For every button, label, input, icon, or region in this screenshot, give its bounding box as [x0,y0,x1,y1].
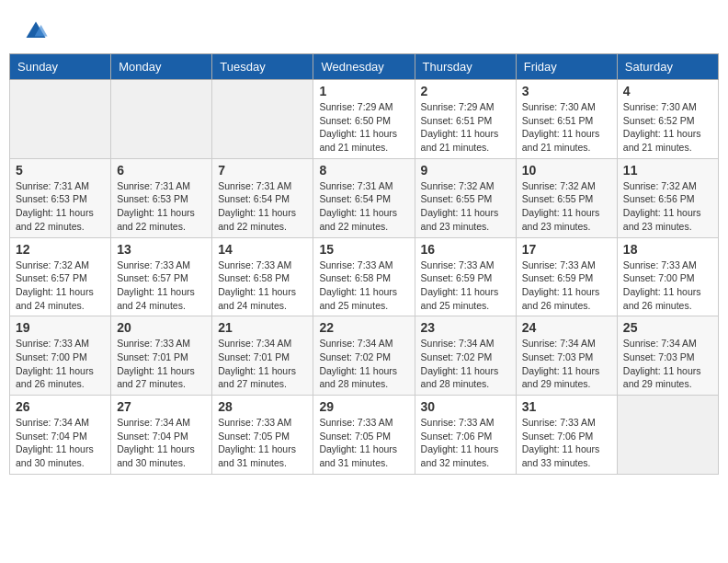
calendar-cell: 23Sunrise: 7:34 AMSunset: 7:02 PMDayligh… [415,316,516,396]
day-number: 2 [421,84,510,98]
calendar-cell: 10Sunrise: 7:32 AMSunset: 6:55 PMDayligh… [516,158,617,237]
day-info: Sunrise: 7:33 AMSunset: 7:01 PMDaylight:… [117,337,206,391]
day-number: 11 [623,163,712,178]
day-info: Sunrise: 7:33 AMSunset: 7:00 PMDaylight:… [623,259,712,313]
weekday-header-wednesday: Wednesday [313,54,415,80]
calendar-cell: 20Sunrise: 7:33 AMSunset: 7:01 PMDayligh… [111,316,212,396]
calendar-cell: 25Sunrise: 7:34 AMSunset: 7:03 PMDayligh… [617,316,718,396]
calendar-cell: 16Sunrise: 7:33 AMSunset: 6:59 PMDayligh… [415,237,516,316]
calendar-cell [111,80,212,159]
day-info: Sunrise: 7:34 AMSunset: 7:02 PMDaylight:… [421,337,510,391]
day-number: 28 [218,399,307,414]
day-info: Sunrise: 7:34 AMSunset: 7:03 PMDaylight:… [522,337,611,391]
day-info: Sunrise: 7:34 AMSunset: 7:02 PMDaylight:… [319,337,408,391]
calendar-cell: 9Sunrise: 7:32 AMSunset: 6:55 PMDaylight… [415,158,516,237]
day-info: Sunrise: 7:33 AMSunset: 7:05 PMDaylight:… [319,416,408,470]
calendar-cell: 24Sunrise: 7:34 AMSunset: 7:03 PMDayligh… [516,316,617,396]
day-info: Sunrise: 7:32 AMSunset: 6:55 PMDaylight:… [522,179,611,234]
day-info: Sunrise: 7:30 AMSunset: 6:51 PMDaylight:… [522,100,611,155]
logo [23,18,52,44]
weekday-header-tuesday: Tuesday [212,54,313,80]
calendar-cell [10,80,111,159]
calendar-cell: 22Sunrise: 7:34 AMSunset: 7:02 PMDayligh… [313,316,415,396]
calendar-cell: 17Sunrise: 7:33 AMSunset: 6:59 PMDayligh… [516,237,617,316]
day-info: Sunrise: 7:33 AMSunset: 7:06 PMDaylight:… [421,416,510,470]
day-number: 27 [117,399,206,414]
day-info: Sunrise: 7:33 AMSunset: 6:58 PMDaylight:… [218,259,307,313]
calendar-cell: 12Sunrise: 7:32 AMSunset: 6:57 PMDayligh… [10,237,111,316]
day-info: Sunrise: 7:31 AMSunset: 6:54 PMDaylight:… [319,179,408,234]
calendar-cell: 7Sunrise: 7:31 AMSunset: 6:54 PMDaylight… [212,158,313,237]
day-number: 5 [16,163,105,178]
day-info: Sunrise: 7:29 AMSunset: 6:51 PMDaylight:… [421,100,510,155]
day-number: 29 [319,399,408,414]
day-number: 18 [623,242,712,257]
calendar-cell: 11Sunrise: 7:32 AMSunset: 6:56 PMDayligh… [617,158,718,237]
calendar-cell: 2Sunrise: 7:29 AMSunset: 6:51 PMDaylight… [415,80,516,159]
calendar-cell: 1Sunrise: 7:29 AMSunset: 6:50 PMDaylight… [313,80,415,159]
calendar-cell: 4Sunrise: 7:30 AMSunset: 6:52 PMDaylight… [617,80,718,159]
day-info: Sunrise: 7:34 AMSunset: 7:03 PMDaylight:… [623,337,712,391]
day-number: 13 [117,242,206,257]
page-header [9,9,719,49]
day-number: 12 [16,242,105,257]
day-info: Sunrise: 7:31 AMSunset: 6:54 PMDaylight:… [218,179,307,234]
day-number: 17 [522,242,611,257]
weekday-header-friday: Friday [516,54,617,80]
day-info: Sunrise: 7:29 AMSunset: 6:50 PMDaylight:… [319,100,408,155]
day-info: Sunrise: 7:33 AMSunset: 7:06 PMDaylight:… [522,416,611,470]
day-info: Sunrise: 7:33 AMSunset: 6:58 PMDaylight:… [319,259,408,313]
calendar-cell: 5Sunrise: 7:31 AMSunset: 6:53 PMDaylight… [10,158,111,237]
day-info: Sunrise: 7:34 AMSunset: 7:01 PMDaylight:… [218,337,307,391]
day-number: 30 [421,399,510,414]
day-info: Sunrise: 7:32 AMSunset: 6:55 PMDaylight:… [421,179,510,234]
day-info: Sunrise: 7:34 AMSunset: 7:04 PMDaylight:… [117,416,206,470]
day-info: Sunrise: 7:33 AMSunset: 6:59 PMDaylight:… [522,259,611,313]
calendar-cell: 28Sunrise: 7:33 AMSunset: 7:05 PMDayligh… [212,396,313,475]
calendar-cell: 31Sunrise: 7:33 AMSunset: 7:06 PMDayligh… [516,396,617,475]
day-number: 1 [319,84,408,98]
day-number: 3 [522,84,611,98]
day-number: 7 [218,163,307,178]
weekday-header-saturday: Saturday [617,54,718,80]
calendar-cell: 18Sunrise: 7:33 AMSunset: 7:00 PMDayligh… [617,237,718,316]
day-number: 24 [522,320,611,335]
day-number: 10 [522,163,611,178]
weekday-header-sunday: Sunday [10,54,111,80]
day-info: Sunrise: 7:34 AMSunset: 7:04 PMDaylight:… [16,416,105,470]
day-info: Sunrise: 7:31 AMSunset: 6:53 PMDaylight:… [16,179,105,234]
day-info: Sunrise: 7:30 AMSunset: 6:52 PMDaylight:… [623,100,712,155]
calendar-table: SundayMondayTuesdayWednesdayThursdayFrid… [9,53,719,475]
day-number: 21 [218,320,307,335]
day-info: Sunrise: 7:31 AMSunset: 6:53 PMDaylight:… [117,179,206,234]
calendar-cell: 14Sunrise: 7:33 AMSunset: 6:58 PMDayligh… [212,237,313,316]
day-number: 26 [16,399,105,414]
calendar-cell: 19Sunrise: 7:33 AMSunset: 7:00 PMDayligh… [10,316,111,396]
day-number: 22 [319,320,408,335]
logo-icon [23,18,49,44]
day-info: Sunrise: 7:32 AMSunset: 6:57 PMDaylight:… [16,259,105,313]
calendar-cell: 6Sunrise: 7:31 AMSunset: 6:53 PMDaylight… [111,158,212,237]
day-info: Sunrise: 7:32 AMSunset: 6:56 PMDaylight:… [623,179,712,234]
weekday-header-monday: Monday [111,54,212,80]
day-number: 23 [421,320,510,335]
calendar-cell: 8Sunrise: 7:31 AMSunset: 6:54 PMDaylight… [313,158,415,237]
day-info: Sunrise: 7:33 AMSunset: 6:59 PMDaylight:… [421,259,510,313]
day-info: Sunrise: 7:33 AMSunset: 7:00 PMDaylight:… [16,337,105,391]
calendar-cell: 26Sunrise: 7:34 AMSunset: 7:04 PMDayligh… [10,396,111,475]
day-number: 9 [421,163,510,178]
calendar-cell: 3Sunrise: 7:30 AMSunset: 6:51 PMDaylight… [516,80,617,159]
calendar-cell [617,396,718,475]
day-number: 14 [218,242,307,257]
day-info: Sunrise: 7:33 AMSunset: 7:05 PMDaylight:… [218,416,307,470]
calendar-cell [212,80,313,159]
day-number: 4 [623,84,712,98]
day-number: 25 [623,320,712,335]
calendar-cell: 13Sunrise: 7:33 AMSunset: 6:57 PMDayligh… [111,237,212,316]
day-number: 8 [319,163,408,178]
day-number: 15 [319,242,408,257]
calendar-cell: 29Sunrise: 7:33 AMSunset: 7:05 PMDayligh… [313,396,415,475]
day-number: 19 [16,320,105,335]
calendar-cell: 15Sunrise: 7:33 AMSunset: 6:58 PMDayligh… [313,237,415,316]
day-number: 20 [117,320,206,335]
